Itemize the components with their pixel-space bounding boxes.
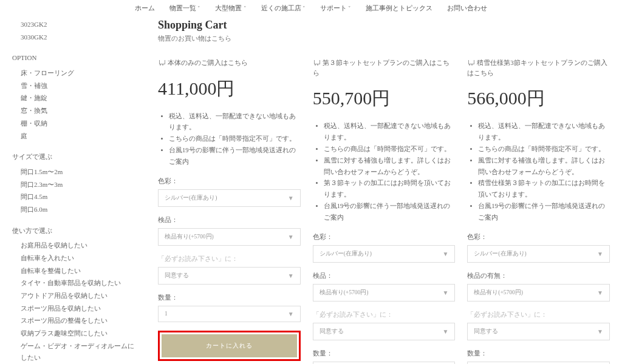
select-value: 同意する: [320, 328, 344, 335]
bullet-item: 台風19号の影響に伴う一部地域発送遅れのご案内: [324, 201, 456, 224]
sidebar-use-item[interactable]: スポーツ用品を収納したい: [21, 303, 140, 314]
price: 550,700円: [313, 86, 456, 111]
bullet-list: 税込、送料込、一部配達できない地域もあります。こちらの商品は「時間帯指定不可」で…: [313, 121, 456, 224]
bullet-item: 風雪に対する補強も増します。詳しくはお問い合わせフォームからどうぞ。: [324, 155, 456, 178]
bullet-list: 税込、送料込、一部配達できない地域もあります。こちらの商品は「時間帯指定不可」で…: [158, 111, 301, 168]
select-field[interactable]: 同意する▼: [467, 323, 610, 340]
sidebar-use-item[interactable]: アウトドア用品を収納したい: [21, 290, 140, 302]
chevron-down-icon: ▼: [288, 272, 294, 279]
select-field[interactable]: 検品有り(+5700円)▼: [467, 284, 610, 302]
bullet-item: 積雪仕様第３節キットの加工にはお時間を頂いております。: [478, 178, 610, 201]
sidebar-option-item[interactable]: 棚・収納: [21, 118, 140, 129]
sidebar-size-item[interactable]: 間口6.0m: [21, 204, 140, 215]
select-value: シルバー(在庫あり): [320, 250, 372, 258]
sidebar-use-item[interactable]: タイヤ・自動車部品を収納したい: [21, 277, 140, 289]
price: 566,000円: [467, 86, 610, 111]
bullet-item: 税込、送料込、一部配達できない地域もあります。: [169, 111, 301, 134]
sidebar: 3023GK23030GK2 OPTION 床・フローリング雪・補強鍵・施錠窓・…: [12, 19, 140, 364]
sidebar-option-item[interactable]: 庭: [21, 130, 140, 142]
chevron-down-icon: ▼: [442, 251, 448, 257]
sidebar-use-item[interactable]: 自転車を入れたい: [21, 252, 140, 264]
price: 411,000円: [158, 76, 301, 101]
sidebar-size-item[interactable]: 間口4.5m: [21, 191, 140, 203]
chevron-down-icon: ▼: [288, 234, 294, 240]
nav-item[interactable]: お問い合わせ: [447, 4, 487, 13]
bullet-item: こちらの商品は「時間帯指定不可」です。: [169, 133, 301, 145]
field-label: 「必ずお読み下さい」に：: [467, 310, 610, 319]
field-label: 「必ずお読み下さい」に：: [313, 310, 456, 319]
bullet-item: こちらの商品は「時間帯指定不可」です。: [324, 144, 456, 155]
select-value: 同意する: [165, 272, 189, 280]
column-title: 第３節キットセットプランのご購入はこちら: [313, 58, 456, 78]
nav-item[interactable]: 施工事例とトピックス: [366, 4, 432, 13]
chevron-down-icon: ▼: [597, 251, 603, 257]
field-label: 検品：: [313, 271, 456, 280]
add-to-cart-button[interactable]: カートに入れる: [162, 334, 297, 357]
field-label: 色彩：: [467, 232, 610, 241]
bullet-item: 税込、送料込、一部配達できない地域もあります。: [478, 121, 610, 144]
sidebar-option-header: OPTION: [12, 52, 140, 64]
select-value: シルバー(在庫あり): [165, 194, 217, 202]
field-label: 数量：: [158, 293, 301, 302]
sidebar-model-item[interactable]: 3023GK2: [21, 19, 140, 30]
field-label: 数量：: [313, 349, 456, 358]
select-value: 1: [165, 311, 168, 317]
field-label: 数量：: [467, 349, 610, 358]
chevron-down-icon: ▼: [597, 328, 603, 335]
bullet-item: 台風19号の影響に伴う一部地域発送遅れのご案内: [478, 201, 610, 224]
main-content: Shopping Cart 物置のお買い物はこちら 本体のみのご購入はこちら41…: [158, 19, 610, 364]
cart-subtitle: 物置のお買い物はこちら: [158, 34, 610, 43]
sidebar-use-item[interactable]: スポーツ用品の整備をしたい: [21, 315, 140, 326]
chevron-down-icon: ▼: [597, 289, 603, 296]
nav-item[interactable]: サポート: [320, 4, 351, 13]
field-label: 検品の有無：: [467, 271, 610, 280]
sidebar-use-item[interactable]: お庭用品を収納したい: [21, 240, 140, 251]
select-field[interactable]: 1▼: [313, 362, 456, 364]
select-value: 検品有り(+5700円): [474, 289, 523, 297]
top-nav: ホーム物置一覧大型物置近くの施工店サポート施工事例とトピックスお問い合わせ: [0, 0, 622, 19]
field-label: 検品：: [158, 215, 301, 224]
sidebar-option-item[interactable]: 雪・補強: [21, 80, 140, 92]
select-field[interactable]: 検品有り(+5700円)▼: [158, 228, 301, 246]
select-field[interactable]: シルバー(在庫あり)▼: [467, 245, 610, 263]
select-value: シルバー(在庫あり): [474, 250, 526, 258]
nav-item[interactable]: ホーム: [135, 4, 155, 13]
nav-item[interactable]: 大型物置: [215, 4, 246, 13]
select-field[interactable]: 1▼: [158, 306, 301, 322]
bullet-item: こちらの商品は「時間帯指定不可」です。: [478, 144, 610, 155]
select-field[interactable]: 検品有り(+5700円)▼: [313, 284, 456, 302]
bullet-item: 台風19号の影響に伴う一部地域発送遅れのご案内: [169, 145, 301, 168]
sidebar-use-item[interactable]: 収納プラス趣味空間にしたい: [21, 328, 140, 339]
select-value: 検品有り(+5700円): [165, 233, 214, 241]
select-value: 検品有り(+5700円): [320, 289, 369, 297]
sidebar-model-item[interactable]: 3030GK2: [21, 32, 140, 43]
select-field[interactable]: 同意する▼: [158, 267, 301, 285]
select-field[interactable]: シルバー(在庫あり)▼: [158, 189, 301, 207]
cart-title: Shopping Cart: [158, 19, 610, 32]
cart-icon: [158, 59, 165, 66]
select-field[interactable]: シルバー(在庫あり)▼: [313, 245, 456, 263]
product-column: 積雪仕様第3節キットセットプランのご購入はこちら566,000円税込、送料込、一…: [467, 58, 610, 364]
sidebar-use-item[interactable]: ゲーム・ビデオ・オーディオルームにしたい: [21, 340, 140, 363]
product-column: 本体のみのご購入はこちら411,000円税込、送料込、一部配達できない地域もあり…: [158, 58, 301, 364]
chevron-down-icon: ▼: [442, 289, 448, 296]
sidebar-size-item[interactable]: 間口1.5m〜2m: [21, 166, 140, 178]
bullet-list: 税込、送料込、一部配達できない地域もあります。こちらの商品は「時間帯指定不可」で…: [467, 121, 610, 224]
column-title: 積雪仕様第3節キットセットプランのご購入はこちら: [467, 58, 610, 78]
select-field[interactable]: 同意する▼: [313, 323, 456, 340]
select-field[interactable]: 1▼: [467, 362, 610, 364]
sidebar-option-item[interactable]: 鍵・施錠: [21, 92, 140, 104]
chevron-down-icon: ▼: [288, 311, 294, 317]
chevron-down-icon: ▼: [442, 328, 448, 335]
nav-item[interactable]: 近くの施工店: [261, 4, 306, 13]
sidebar-option-item[interactable]: 窓・換気: [21, 105, 140, 116]
sidebar-size-header: サイズで選ぶ: [12, 151, 140, 163]
chevron-down-icon: ▼: [288, 195, 294, 201]
nav-item[interactable]: 物置一覧: [169, 4, 200, 13]
field-label: 色彩：: [313, 232, 456, 241]
sidebar-option-item[interactable]: 床・フローリング: [21, 67, 140, 79]
sidebar-use-header: 使い方で選ぶ: [12, 225, 140, 237]
field-label: 「必ずお読み下さい」に：: [158, 254, 301, 263]
sidebar-use-item[interactable]: 自転車を整備したい: [21, 265, 140, 277]
sidebar-size-item[interactable]: 間口2.3m〜3m: [21, 179, 140, 190]
